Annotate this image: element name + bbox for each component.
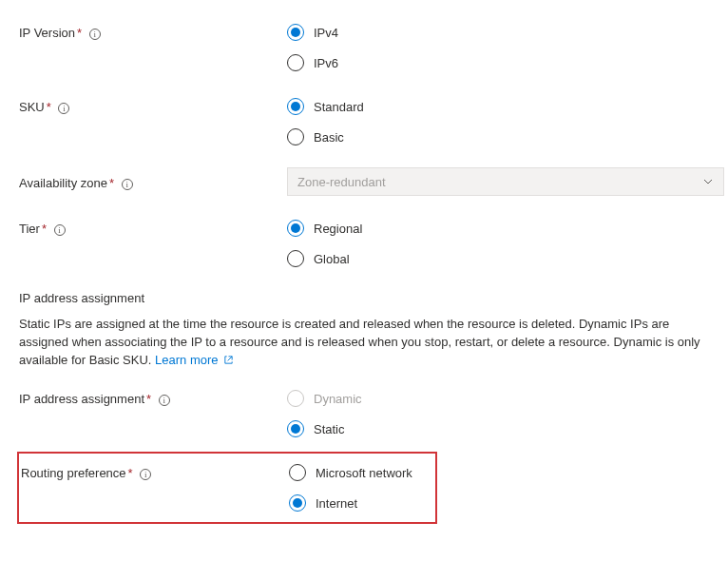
radio-ipv4[interactable]: IPv4 [287, 17, 711, 48]
tier-group: Regional Global [287, 213, 711, 274]
sku-group: Standard Basic [287, 91, 711, 152]
required-star: * [77, 26, 82, 40]
chevron-down-icon [702, 176, 714, 187]
radio-basic[interactable]: Basic [287, 122, 711, 152]
radio-static[interactable]: Static [287, 414, 711, 444]
radio-dynamic: Dynamic [287, 383, 711, 414]
external-link-icon [223, 352, 234, 370]
radio-icon [287, 220, 304, 237]
radio-standard[interactable]: Standard [287, 91, 711, 122]
info-icon[interactable]: i [159, 395, 170, 406]
info-icon[interactable]: i [140, 469, 151, 480]
info-icon[interactable]: i [54, 224, 66, 236]
radio-regional[interactable]: Regional [287, 213, 711, 243]
required-star: * [109, 176, 114, 190]
info-icon[interactable]: i [58, 103, 69, 114]
learn-more-link[interactable]: Learn more [155, 353, 234, 367]
sku-label: SKU* i [19, 91, 287, 124]
radio-ipv6[interactable]: IPv6 [287, 48, 711, 78]
tier-label: Tier* i [19, 213, 287, 245]
radio-icon [287, 128, 304, 145]
routing-preference-label: Routing preference* i [21, 457, 289, 490]
radio-icon [287, 390, 304, 407]
ip-assignment-label: IP address assignment* i [19, 383, 287, 416]
ip-assignment-section-title: IP address assignment [19, 291, 711, 305]
dropdown-value: Zone-redundant [297, 175, 386, 189]
radio-icon [287, 420, 304, 437]
radio-icon [287, 250, 304, 267]
radio-icon [289, 464, 306, 481]
radio-icon [289, 494, 306, 512]
required-star: * [128, 466, 133, 480]
radio-microsoft-network[interactable]: Microsoft network [289, 457, 435, 488]
required-star: * [47, 100, 51, 114]
availability-zone-label: Availability zone* i [19, 165, 287, 200]
ip-version-label: IP Version* i [19, 17, 287, 49]
info-icon[interactable]: i [122, 179, 133, 190]
radio-global[interactable]: Global [287, 243, 711, 274]
info-icon[interactable]: i [89, 29, 101, 40]
radio-icon [287, 98, 304, 115]
radio-internet[interactable]: Internet [289, 488, 435, 518]
ip-assignment-help: Static IPs are assigned at the time the … [19, 315, 709, 370]
ip-assignment-group: Dynamic Static [287, 383, 711, 444]
required-star: * [146, 392, 151, 406]
ip-version-group: IPv4 IPv6 [287, 17, 711, 78]
availability-zone-dropdown[interactable]: Zone-redundant [287, 167, 724, 196]
routing-group: Microsoft network Internet [289, 457, 435, 518]
radio-icon [287, 24, 304, 41]
required-star: * [42, 222, 47, 236]
radio-icon [287, 54, 304, 71]
routing-highlight: Routing preference* i Microsoft network … [17, 452, 437, 524]
